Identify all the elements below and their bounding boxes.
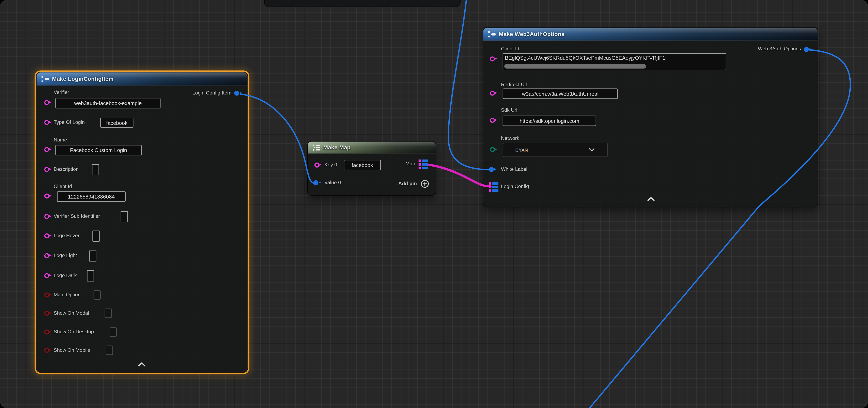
pin-main-option[interactable] [44,293,50,298]
pin-verifier-sub-identifier[interactable] [44,214,50,219]
pin-label-show-on-desktop: Show On Desktop [54,329,94,335]
node-title: Make LoginConfigItem [52,76,114,82]
pin-network[interactable] [490,147,495,152]
pin-label-logo-hover: Logo Hover [54,233,80,238]
pin-label-redirect-url: Redirect Url [501,82,527,87]
node-make-web3authoptions[interactable]: Make Web3AuthOptions Web 3Auth Options C… [483,28,817,207]
pin-label-description: Description [54,166,79,172]
node-title: Make Map [323,144,351,150]
wire-loginconfigitem-to-value0[interactable] [240,94,313,183]
pin-logo-dark[interactable] [44,273,50,278]
node-header-make-loginconfigitem[interactable]: Make LoginConfigItem [36,72,247,86]
pin-description[interactable] [44,167,50,172]
pin-label-client-id: Client Id [501,46,519,52]
pin-login-config-item-output[interactable] [234,91,239,96]
pin-label-key-0: Key 0 [324,162,337,168]
name-input[interactable]: Facebook Custom Login [55,145,142,156]
pin-logo-light[interactable] [44,253,50,259]
pin-login-config[interactable] [489,182,499,193]
type-of-login-input[interactable]: facebook [100,118,133,128]
pin-verifier[interactable] [44,100,50,105]
main-option-checkbox[interactable] [94,290,101,300]
add-pin-label: Add pin [398,181,417,186]
pin-label-show-on-mobile: Show On Mobile [54,347,90,353]
blueprint-graph-canvas[interactable]: Make LoginConfigItem Login Config Item V… [0,0,868,408]
node-make-map[interactable]: Make Map Key 0 facebook Map Value 0 Add … [308,141,436,195]
pin-label-white-label: White Label [501,166,527,172]
node-header-make-web3authoptions[interactable]: Make Web3AuthOptions [483,28,817,41]
description-input[interactable] [92,164,99,175]
pin-label-show-on-modal: Show On Modal [54,310,89,316]
make-struct-icon [41,75,49,82]
pin-key-0[interactable] [314,163,320,168]
pin-label-main-option: Main Option [54,292,81,298]
pin-label-value-0: Value 0 [324,180,341,185]
pin-client-id[interactable] [44,194,50,199]
pin-label-network: Network [501,135,519,141]
make-struct-icon [488,31,496,37]
pin-label-name: Name [54,137,67,143]
client-id-text: BEglQSgt4cUWcj6SKRdu5QkOXTsePmMcusG5EAoy… [505,55,666,61]
verifier-input[interactable]: web3auth-facebook-example [55,98,160,108]
pin-client-id[interactable] [490,57,495,62]
offscreen-node-bottom[interactable] [265,0,460,7]
pin-label-type-of-login: Type Of Login [54,120,85,125]
pin-label-login-config-item: Login Config Item [192,90,231,96]
pin-name[interactable] [44,147,50,152]
pin-value-0[interactable] [313,180,318,185]
sdk-url-input[interactable]: https://sdk.openlogin.com [503,115,596,126]
add-pin-button[interactable] [421,180,429,188]
node-header-make-map[interactable]: Make Map [308,141,436,154]
pin-label-logo-dark: Logo Dark [54,273,76,278]
pin-white-label[interactable] [489,167,494,172]
pin-label-client-id: Client Id [54,183,72,189]
pin-label-logo-light: Logo Light [54,253,77,258]
logo-light-input[interactable] [89,250,96,262]
collapse-node-button[interactable] [137,362,146,367]
pin-label-verifier-sub-identifier: Verifier Sub Identifier [54,213,100,219]
network-dropdown[interactable]: CYAN [503,143,608,157]
redirect-url-input[interactable]: w3a://com.w3a.Web3AuthUnreal [503,89,618,99]
pin-sdk-url[interactable] [490,118,495,123]
chevron-down-icon [588,147,595,152]
pin-map-output[interactable] [418,159,428,170]
pin-label-web3auth-options: Web 3Auth Options [758,46,801,52]
show-on-desktop-checkbox[interactable] [110,327,117,337]
pin-redirect-url[interactable] [490,91,495,96]
show-on-modal-checkbox[interactable] [104,309,112,318]
pin-label-sdk-url: Sdk Url [501,107,518,113]
pin-logo-hover[interactable] [44,233,50,239]
client-id-input[interactable]: 1222658941886084 [57,191,126,202]
node-title: Make Web3AuthOptions [499,31,565,37]
pin-web3auth-options-output[interactable] [804,47,809,52]
pin-label-login-config: Login Config [501,183,529,189]
node-make-loginconfigitem[interactable]: Make LoginConfigItem Login Config Item V… [36,72,247,372]
pin-label-map: Map [405,161,415,166]
network-dropdown-value: CYAN [516,147,589,152]
key-0-input[interactable]: facebook [344,160,381,170]
pin-type-of-login[interactable] [44,120,50,125]
make-container-icon [313,144,320,151]
logo-dark-input[interactable] [87,270,94,281]
logo-hover-input[interactable] [92,231,100,242]
pin-show-on-mobile[interactable] [44,348,50,353]
collapse-node-button[interactable] [647,197,655,202]
client-id-scrollbar[interactable] [504,64,646,69]
pin-show-on-desktop[interactable] [44,330,50,335]
pin-show-on-modal[interactable] [44,311,50,316]
show-on-mobile-checkbox[interactable] [106,346,113,355]
verifier-sub-identifier-input[interactable] [121,211,128,223]
pin-label-verifier: Verifier [54,90,69,95]
wire-map-to-loginconfig[interactable] [429,165,490,186]
